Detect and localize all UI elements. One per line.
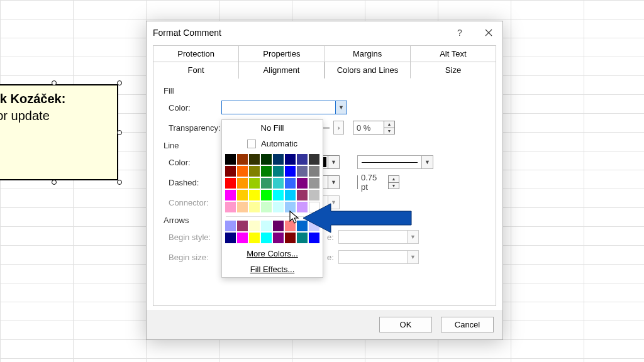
color-swatch[interactable] (249, 202, 260, 212)
color-swatch[interactable] (249, 166, 260, 177)
spinner-down-icon[interactable]: ▼ (389, 182, 399, 189)
tab-alignment[interactable]: Alignment (239, 62, 325, 79)
color-swatch[interactable] (225, 166, 236, 177)
automatic-swatch (247, 140, 256, 148)
color-swatch[interactable] (225, 221, 236, 231)
spinner-up-icon[interactable]: ▲ (384, 121, 394, 128)
end-size-label: e: (327, 253, 338, 262)
selection-handle[interactable] (52, 80, 57, 85)
color-swatch[interactable] (237, 221, 248, 231)
end-size-dropdown: ▼ (338, 250, 419, 264)
color-swatch[interactable] (237, 166, 248, 177)
color-swatch[interactable] (273, 202, 284, 212)
tab-font[interactable]: Font (153, 62, 239, 79)
color-swatch[interactable] (249, 233, 260, 243)
color-swatch[interactable] (261, 166, 272, 177)
color-swatch[interactable] (261, 190, 272, 200)
no-fill-item[interactable]: No Fill (222, 120, 323, 136)
close-icon[interactable] (481, 25, 496, 40)
color-swatch[interactable] (297, 154, 308, 165)
color-swatch[interactable] (285, 233, 296, 243)
color-swatch[interactable] (285, 166, 296, 177)
selection-handle[interactable] (117, 130, 122, 135)
color-swatch[interactable] (225, 154, 236, 165)
color-swatch[interactable] (261, 221, 272, 231)
selection-handle[interactable] (117, 80, 122, 85)
automatic-item[interactable]: Automatic (222, 136, 323, 151)
transparency-label: Transparency: (164, 123, 221, 133)
tab-protection[interactable]: Protection (153, 45, 239, 62)
connector-label: Connector: (164, 198, 221, 207)
line-style-dropdown[interactable]: ▼ (357, 155, 433, 169)
color-swatch[interactable] (237, 154, 248, 165)
color-swatch[interactable] (261, 154, 272, 165)
color-swatch[interactable] (237, 178, 248, 189)
color-swatch[interactable] (273, 178, 284, 189)
color-swatch[interactable] (273, 154, 284, 165)
annotation-arrow (303, 201, 416, 235)
color-swatch[interactable] (249, 178, 260, 189)
more-colors-item[interactable]: More Colors... (222, 246, 323, 261)
begin-style-label: Begin style: (164, 233, 221, 242)
begin-size-label: Begin size: (164, 253, 221, 262)
color-swatch[interactable] (225, 178, 236, 189)
transparency-step-button[interactable]: › (333, 121, 344, 134)
color-swatch[interactable] (261, 202, 272, 212)
spinner-up-icon[interactable]: ▲ (389, 176, 399, 182)
dialog-titlebar[interactable]: Format Comment ? (147, 21, 502, 45)
color-swatch[interactable] (249, 190, 260, 200)
color-swatch[interactable] (309, 166, 319, 177)
comment-author: išek Kozáček: (0, 90, 111, 107)
tab-size[interactable]: Size (411, 62, 496, 79)
color-swatch[interactable] (297, 178, 308, 189)
tab-alt-text[interactable]: Alt Text (411, 45, 496, 62)
color-swatch[interactable] (285, 154, 296, 165)
color-swatch[interactable] (237, 233, 248, 243)
color-swatch[interactable] (261, 233, 272, 243)
color-swatch[interactable] (309, 190, 319, 200)
color-swatch[interactable] (285, 178, 296, 189)
spinner-down-icon[interactable]: ▼ (384, 128, 394, 134)
line-weight-value[interactable]: 0.75 pt (358, 173, 388, 192)
tab-panel-colors-and-lines: Fill Color: ▼ Transparency: › 0 % ▲▼ Li (153, 79, 496, 306)
help-icon[interactable]: ? (452, 25, 467, 40)
dialog-title: Format Comment (153, 28, 221, 38)
color-swatch[interactable] (225, 190, 236, 200)
color-swatch[interactable] (249, 154, 260, 165)
fill-color-dropdown[interactable]: ▼ (221, 101, 347, 114)
tab-margins[interactable]: Margins (325, 45, 411, 62)
color-swatch[interactable] (309, 154, 319, 165)
color-swatch[interactable] (273, 166, 284, 177)
cell-comment[interactable]: išek Kozáček: g for update (0, 84, 118, 180)
color-swatch[interactable] (249, 221, 260, 231)
tab-colors-and-lines[interactable]: Colors and Lines (325, 62, 411, 79)
color-swatch[interactable] (237, 190, 248, 200)
selection-handle[interactable] (52, 180, 57, 185)
color-swatch[interactable] (261, 178, 272, 189)
transparency-spinner[interactable]: 0 % ▲▼ (353, 121, 395, 134)
line-weight-spinner[interactable]: 0.75 pt ▲▼ (357, 175, 399, 189)
chevron-down-icon[interactable]: ▼ (335, 101, 347, 114)
color-swatch[interactable] (237, 202, 248, 212)
mouse-cursor-icon (289, 211, 301, 224)
transparency-value[interactable]: 0 % (353, 123, 384, 133)
color-swatch[interactable] (225, 233, 236, 243)
fill-effects-item[interactable]: Fill Effects... (222, 261, 323, 277)
selection-handle[interactable] (117, 180, 122, 185)
color-swatch[interactable] (285, 190, 296, 200)
fill-color-label: Color: (164, 103, 221, 112)
format-comment-dialog: Format Comment ? Protection Properties M… (146, 21, 503, 340)
color-swatch[interactable] (297, 190, 308, 200)
chevron-down-icon[interactable]: ▼ (328, 156, 339, 168)
color-swatch[interactable] (297, 166, 308, 177)
color-swatch[interactable] (273, 190, 284, 200)
cancel-button[interactable]: Cancel (441, 317, 494, 332)
chevron-down-icon[interactable]: ▼ (328, 176, 339, 189)
tab-properties[interactable]: Properties (239, 45, 325, 62)
color-swatch[interactable] (273, 233, 284, 243)
color-swatch[interactable] (273, 221, 284, 231)
color-swatch[interactable] (225, 202, 236, 212)
chevron-down-icon[interactable]: ▼ (421, 156, 433, 168)
color-swatch[interactable] (309, 178, 319, 189)
ok-button[interactable]: OK (379, 317, 432, 332)
